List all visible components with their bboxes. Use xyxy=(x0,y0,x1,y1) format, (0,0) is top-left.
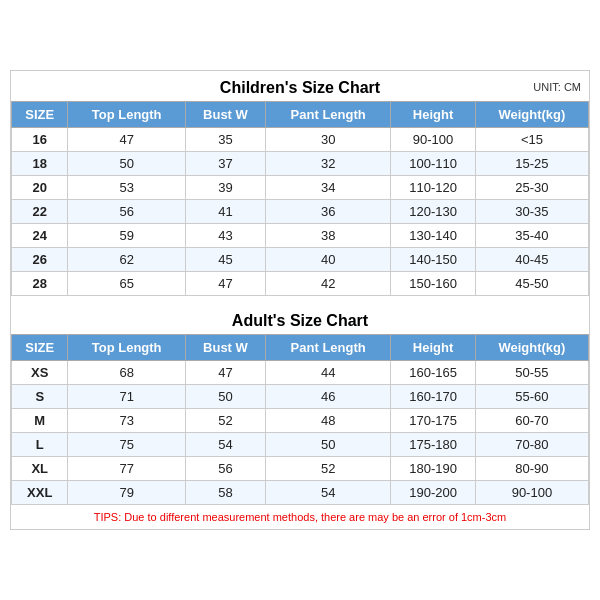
table-cell: 130-140 xyxy=(391,224,476,248)
table-row: S715046160-17055-60 xyxy=(12,385,589,409)
table-cell: 15-25 xyxy=(475,152,588,176)
table-cell: M xyxy=(12,409,68,433)
table-cell: 58 xyxy=(185,481,265,505)
table-row: 20533934110-12025-30 xyxy=(12,176,589,200)
table-cell: 70-80 xyxy=(475,433,588,457)
table-row: 1647353090-100<15 xyxy=(12,128,589,152)
size-chart-container: Children's Size Chart UNIT: CM SIZE Top … xyxy=(10,70,590,530)
table-cell: 52 xyxy=(185,409,265,433)
table-cell: 22 xyxy=(12,200,68,224)
table-cell: 71 xyxy=(68,385,185,409)
table-row: 24594338130-14035-40 xyxy=(12,224,589,248)
adults-col-weight: Weight(kg) xyxy=(475,335,588,361)
adults-header-row: SIZE Top Length Bust W Pant Length Heigh… xyxy=(12,335,589,361)
table-cell: <15 xyxy=(475,128,588,152)
table-cell: 53 xyxy=(68,176,185,200)
table-row: XXL795854190-20090-100 xyxy=(12,481,589,505)
children-header-row: SIZE Top Length Bust W Pant Length Heigh… xyxy=(12,102,589,128)
adults-col-bust-w: Bust W xyxy=(185,335,265,361)
table-cell: 26 xyxy=(12,248,68,272)
table-cell: 110-120 xyxy=(391,176,476,200)
table-cell: 46 xyxy=(266,385,391,409)
table-cell: 35 xyxy=(185,128,265,152)
table-cell: XXL xyxy=(12,481,68,505)
table-cell: 37 xyxy=(185,152,265,176)
table-cell: 47 xyxy=(185,361,265,385)
adults-chart-title: Adult's Size Chart xyxy=(11,304,589,334)
adults-col-pant-length: Pant Length xyxy=(266,335,391,361)
table-cell: 50 xyxy=(68,152,185,176)
children-col-size: SIZE xyxy=(12,102,68,128)
adults-col-size: SIZE xyxy=(12,335,68,361)
table-cell: 40 xyxy=(266,248,391,272)
table-cell: 41 xyxy=(185,200,265,224)
table-cell: 47 xyxy=(185,272,265,296)
children-table-body: 1647353090-100<1518503732100-11015-25205… xyxy=(12,128,589,296)
table-cell: 77 xyxy=(68,457,185,481)
table-cell: 36 xyxy=(266,200,391,224)
table-cell: 90-100 xyxy=(391,128,476,152)
table-cell: 47 xyxy=(68,128,185,152)
table-cell: 35-40 xyxy=(475,224,588,248)
adults-col-height: Height xyxy=(391,335,476,361)
table-cell: 79 xyxy=(68,481,185,505)
table-cell: 60-70 xyxy=(475,409,588,433)
table-row: XL775652180-19080-90 xyxy=(12,457,589,481)
table-cell: 100-110 xyxy=(391,152,476,176)
table-cell: 150-160 xyxy=(391,272,476,296)
table-cell: 50 xyxy=(266,433,391,457)
table-cell: 54 xyxy=(266,481,391,505)
table-cell: 34 xyxy=(266,176,391,200)
table-row: 18503732100-11015-25 xyxy=(12,152,589,176)
table-cell: 20 xyxy=(12,176,68,200)
table-cell: 28 xyxy=(12,272,68,296)
table-cell: 140-150 xyxy=(391,248,476,272)
table-cell: 38 xyxy=(266,224,391,248)
table-cell: 42 xyxy=(266,272,391,296)
children-col-pant-length: Pant Length xyxy=(266,102,391,128)
table-cell: 180-190 xyxy=(391,457,476,481)
table-cell: 190-200 xyxy=(391,481,476,505)
adults-table-body: XS684744160-16550-55S715046160-17055-60M… xyxy=(12,361,589,505)
table-cell: 44 xyxy=(266,361,391,385)
table-row: XS684744160-16550-55 xyxy=(12,361,589,385)
children-col-weight: Weight(kg) xyxy=(475,102,588,128)
table-cell: 68 xyxy=(68,361,185,385)
table-cell: 80-90 xyxy=(475,457,588,481)
children-chart-title: Children's Size Chart UNIT: CM xyxy=(11,71,589,101)
table-cell: XL xyxy=(12,457,68,481)
children-col-height: Height xyxy=(391,102,476,128)
table-cell: S xyxy=(12,385,68,409)
table-cell: 62 xyxy=(68,248,185,272)
table-cell: XS xyxy=(12,361,68,385)
table-cell: 75 xyxy=(68,433,185,457)
table-cell: 59 xyxy=(68,224,185,248)
table-cell: 50-55 xyxy=(475,361,588,385)
children-title-text: Children's Size Chart xyxy=(220,79,380,96)
table-cell: 160-170 xyxy=(391,385,476,409)
table-cell: 120-130 xyxy=(391,200,476,224)
table-row: 22564136120-13030-35 xyxy=(12,200,589,224)
table-cell: 24 xyxy=(12,224,68,248)
tips-text: TIPS: Due to different measurement metho… xyxy=(11,505,589,529)
table-cell: 170-175 xyxy=(391,409,476,433)
table-row: M735248170-17560-70 xyxy=(12,409,589,433)
table-cell: 54 xyxy=(185,433,265,457)
children-col-bust-w: Bust W xyxy=(185,102,265,128)
table-cell: 30-35 xyxy=(475,200,588,224)
table-cell: L xyxy=(12,433,68,457)
table-row: 28654742150-16045-50 xyxy=(12,272,589,296)
children-unit-label: UNIT: CM xyxy=(533,81,581,93)
table-cell: 48 xyxy=(266,409,391,433)
adults-title-text: Adult's Size Chart xyxy=(232,312,368,329)
table-cell: 43 xyxy=(185,224,265,248)
table-cell: 56 xyxy=(185,457,265,481)
table-cell: 25-30 xyxy=(475,176,588,200)
table-row: L755450175-18070-80 xyxy=(12,433,589,457)
adults-col-top-length: Top Length xyxy=(68,335,185,361)
table-cell: 45-50 xyxy=(475,272,588,296)
table-cell: 55-60 xyxy=(475,385,588,409)
adults-size-table: SIZE Top Length Bust W Pant Length Heigh… xyxy=(11,334,589,505)
children-col-top-length: Top Length xyxy=(68,102,185,128)
table-cell: 40-45 xyxy=(475,248,588,272)
